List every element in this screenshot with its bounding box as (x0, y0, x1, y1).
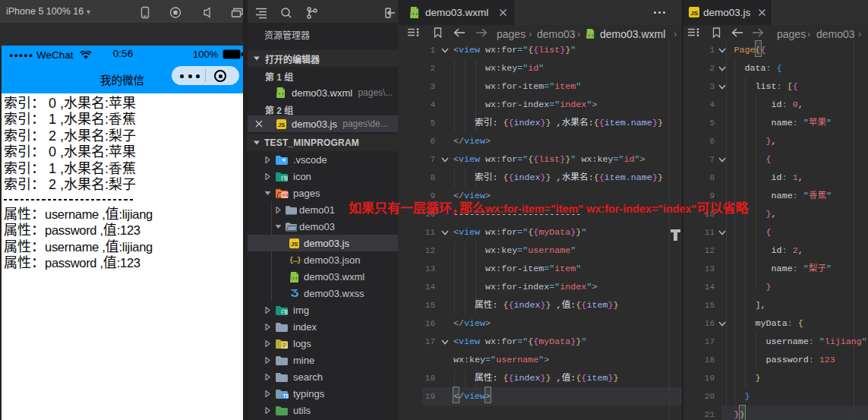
svg-text:‹›: ‹› (292, 276, 298, 282)
svg-text:‹›: ‹› (588, 33, 594, 39)
svg-text:‹›: ‹› (278, 91, 284, 97)
svg-text:‹›: ‹› (412, 11, 418, 17)
svg-text:<>: <> (282, 193, 289, 198)
svg-text:TS: TS (282, 393, 289, 399)
